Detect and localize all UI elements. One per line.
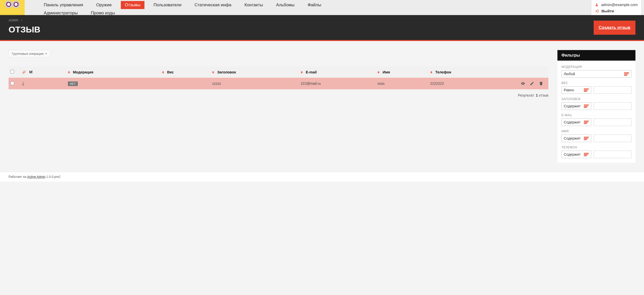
user-email-row[interactable]: admin@example.com xyxy=(595,2,638,8)
col-name[interactable]: Имя xyxy=(375,66,428,78)
filter-label: ВЕС xyxy=(561,81,631,85)
filter-group-5: ТЕЛЕФОНСодержит xyxy=(561,146,631,158)
page-title: ОТЗЫВ xyxy=(9,25,635,34)
col-email[interactable]: E-mail xyxy=(299,66,375,78)
cell-email: 222@mail.ru xyxy=(299,78,375,89)
filter-operator-select[interactable]: Содержит xyxy=(561,151,591,158)
filter-group-3: E-MAILСодержит xyxy=(561,113,631,126)
user-icon xyxy=(595,3,599,7)
footer: Работает на Active Admin 1.0.0.pre2 xyxy=(0,172,644,182)
nav-item-4[interactable]: Статическая инфа xyxy=(191,1,236,9)
filter-label: МОДЕРАЦИЯ xyxy=(561,65,631,69)
svg-point-0 xyxy=(596,4,597,5)
pagination-info: Результат: 1 отзыв xyxy=(9,93,548,97)
filter-value-input[interactable] xyxy=(594,102,631,110)
content: Групповые операции Id Модерация xyxy=(0,41,644,172)
filter-group-0: МОДЕРАЦИЯЛюбой xyxy=(561,65,631,78)
filters-sidebar: Фильтры МОДЕРАЦИЯЛюбойВЕСРавноЗАГОЛОВОКС… xyxy=(557,50,635,163)
filter-group-2: ЗАГОЛОВОКСодержит xyxy=(561,97,631,110)
menu-icon xyxy=(624,72,629,76)
sort-icon xyxy=(377,71,380,73)
nav-item-2[interactable]: Отзывы xyxy=(121,1,144,9)
edit-icon[interactable] xyxy=(530,81,534,86)
filter-operator-select[interactable]: Содержит xyxy=(561,135,591,142)
logout-icon xyxy=(595,9,599,13)
reviews-table: Id Модерация Вес Заголовок xyxy=(9,66,548,89)
filter-label: ИМЯ xyxy=(561,130,631,133)
sort-icon xyxy=(212,71,214,73)
nav-item-7[interactable]: Файлы xyxy=(304,1,325,9)
view-icon[interactable] xyxy=(521,81,525,86)
menu-icon xyxy=(584,105,589,108)
filter-value-input[interactable] xyxy=(594,86,631,94)
breadcrumb-sep: / xyxy=(21,19,22,22)
nav-item-1[interactable]: Оружие xyxy=(92,1,116,9)
filter-group-1: ВЕСРавно xyxy=(561,81,631,94)
col-moderation[interactable]: Модерация xyxy=(66,66,160,78)
table-row: 1 НЕТ zzzzz 222@mail.ru ssss 2222222 xyxy=(9,78,548,89)
select-all-checkbox[interactable] xyxy=(11,70,14,73)
menu-icon xyxy=(584,89,589,92)
filter-operator-select[interactable]: Содержит xyxy=(561,102,591,110)
filter-value-input[interactable] xyxy=(594,151,631,158)
col-id[interactable]: Id xyxy=(20,66,66,78)
logo xyxy=(0,0,25,15)
chevron-down-icon xyxy=(45,53,47,54)
top-bar: Панель управленияОружиеОтзывыПользовател… xyxy=(0,0,644,15)
logout-label: Выйти xyxy=(601,9,614,13)
cell-name: ssss xyxy=(375,78,428,89)
nav-item-0[interactable]: Панель управления xyxy=(40,1,87,9)
filter-operator-select[interactable]: Любой xyxy=(561,70,631,78)
batch-actions-button[interactable]: Групповые операции xyxy=(9,50,50,57)
sort-desc-icon xyxy=(22,70,26,74)
logout-row[interactable]: Выйти xyxy=(595,8,638,14)
filters-title: Фильтры xyxy=(557,50,635,61)
sort-icon xyxy=(68,71,70,73)
page-header: ADMIN / ОТЗЫВ Создать отзыв xyxy=(0,15,644,41)
filter-value-input[interactable] xyxy=(594,118,631,126)
row-checkbox[interactable] xyxy=(11,81,14,85)
breadcrumb-root[interactable]: ADMIN xyxy=(9,19,18,22)
filter-label: ТЕЛЕФОН xyxy=(561,146,631,149)
cell-phone: 2222222 xyxy=(428,78,508,89)
sort-icon xyxy=(301,71,303,73)
filter-value-input[interactable] xyxy=(594,135,631,142)
col-phone[interactable]: Телефон xyxy=(428,66,508,78)
col-weight[interactable]: Вес xyxy=(160,66,210,78)
delete-icon[interactable] xyxy=(539,81,543,86)
filter-operator-select[interactable]: Равно xyxy=(561,86,591,94)
menu-icon xyxy=(584,153,589,156)
create-review-button[interactable]: Создать отзыв xyxy=(594,21,635,35)
menu-icon xyxy=(584,137,589,140)
col-title[interactable]: Заголовок xyxy=(210,66,299,78)
filter-group-4: ИМЯСодержит xyxy=(561,130,631,142)
menu-icon xyxy=(584,121,589,124)
sort-icon xyxy=(162,71,164,73)
main-area: Групповые операции Id Модерация xyxy=(9,50,548,97)
nav-item-5[interactable]: Контакты xyxy=(241,1,267,9)
breadcrumb: ADMIN / xyxy=(9,19,635,22)
user-email: admin@example.com xyxy=(601,3,638,7)
filter-label: ЗАГОЛОВОК xyxy=(561,97,631,101)
main-nav: Панель управленияОружиеОтзывыПользовател… xyxy=(25,0,327,17)
nav-item-3[interactable]: Пользователи xyxy=(149,1,185,9)
sort-icon xyxy=(430,71,432,73)
batch-actions-label: Групповые операции xyxy=(12,52,44,56)
filter-label: E-MAIL xyxy=(561,113,631,117)
nav-item-6[interactable]: Альбомы xyxy=(272,1,298,9)
cell-title: zzzzz xyxy=(210,78,299,89)
cell-weight xyxy=(160,78,210,89)
row-id-link[interactable]: 1 xyxy=(22,81,24,86)
filter-operator-select[interactable]: Содержит xyxy=(561,118,591,126)
moderation-badge: НЕТ xyxy=(68,81,78,86)
filters-body: МОДЕРАЦИЯЛюбойВЕСРавноЗАГОЛОВОКСодержитE… xyxy=(557,61,635,163)
row-actions xyxy=(508,78,548,89)
user-menu: admin@example.com Выйти xyxy=(591,0,641,16)
footer-link[interactable]: Active Admin xyxy=(27,175,45,179)
table-header-row: Id Модерация Вес Заголовок xyxy=(9,66,548,78)
